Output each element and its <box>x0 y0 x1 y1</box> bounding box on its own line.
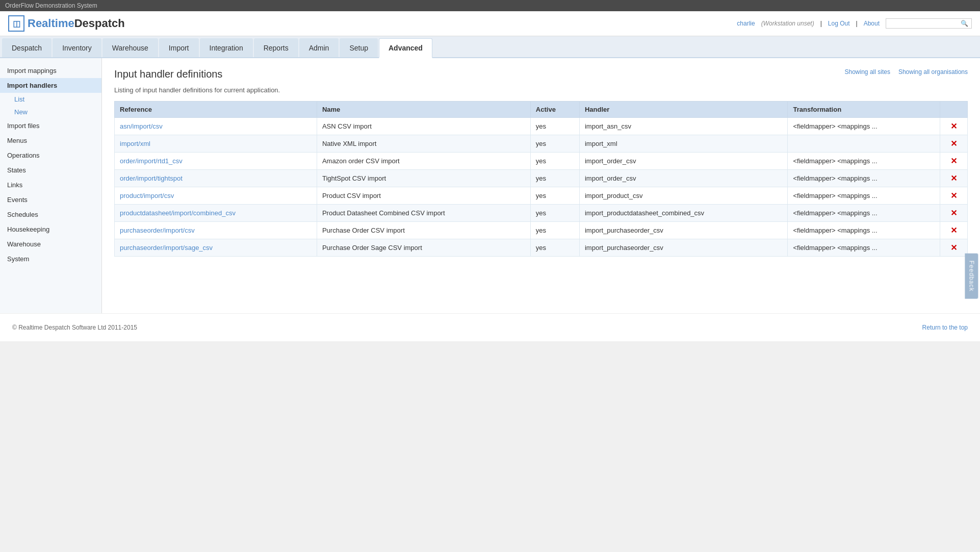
logo-despatch: Despatch <box>74 17 125 30</box>
nav-item-admin[interactable]: Admin <box>299 38 339 57</box>
title-bar-text: OrderFlow Demonstration System <box>5 2 97 9</box>
handler-class: import_productdatasheet_combined_csv <box>579 205 788 222</box>
delete-cell: ✕ <box>940 239 967 257</box>
delete-button[interactable]: ✕ <box>950 157 957 165</box>
table-row: purchaseorder/import/sage_csvPurchase Or… <box>115 239 968 257</box>
sidebar-item-menus[interactable]: Menus <box>0 133 101 148</box>
handler-active: yes <box>530 135 579 153</box>
content: Input handler definitions Showing all si… <box>102 58 980 313</box>
sidebar-item-import-handlers[interactable]: Import handlers <box>0 78 101 93</box>
reference-link[interactable]: product/import/csv <box>120 192 174 199</box>
reference-link[interactable]: purchaseorder/import/csv <box>120 227 195 234</box>
sidebar-subitem-new[interactable]: New <box>0 106 101 118</box>
nav-item-warehouse[interactable]: Warehouse <box>102 38 158 57</box>
delete-cell: ✕ <box>940 135 967 153</box>
sidebar-subitem-list[interactable]: List <box>0 93 101 106</box>
col-header-reference: Reference <box>115 102 317 118</box>
handler-active: yes <box>530 222 579 239</box>
sidebar-item-events[interactable]: Events <box>0 192 101 207</box>
search-icon[interactable]: 🔍 <box>961 20 968 27</box>
content-header: Input handler definitions Showing all si… <box>114 68 968 80</box>
handler-class: import_purchaseorder_csv <box>579 239 788 257</box>
nav: DespatchInventoryWarehouseImportIntegrat… <box>0 36 980 58</box>
delete-button[interactable]: ✕ <box>950 243 957 252</box>
handler-transformation: <fieldmapper> <mappings ... <box>788 153 940 170</box>
search-box: 🔍 <box>886 18 972 29</box>
nav-item-despatch[interactable]: Despatch <box>2 38 51 57</box>
logo-icon: ◫ <box>8 15 24 32</box>
header-divider1: | <box>820 20 822 27</box>
sidebar-item-housekeeping[interactable]: Housekeeping <box>0 222 101 237</box>
return-to-top-link[interactable]: Return to the top <box>922 324 968 331</box>
col-header-delete <box>940 102 967 118</box>
sidebar-item-import-mappings[interactable]: Import mappings <box>0 63 101 78</box>
logout-link[interactable]: Log Out <box>828 20 850 27</box>
handler-transformation: <fieldmapper> <mappings ... <box>788 222 940 239</box>
reference-link[interactable]: asn/import/csv <box>120 122 163 130</box>
nav-item-import[interactable]: Import <box>159 38 199 57</box>
header-divider2: | <box>856 20 858 27</box>
sidebar: Import mappingsImport handlersListNewImp… <box>0 58 102 313</box>
footer-copyright: © Realtime Despatch Software Ltd 2011-20… <box>12 324 137 331</box>
sidebar-item-warehouse[interactable]: Warehouse <box>0 237 101 252</box>
handler-name: Purchase Order Sage CSV import <box>317 239 530 257</box>
sidebar-item-operations[interactable]: Operations <box>0 148 101 163</box>
delete-button[interactable]: ✕ <box>950 122 957 131</box>
nav-item-reports[interactable]: Reports <box>254 38 298 57</box>
title-bar: OrderFlow Demonstration System <box>0 0 980 11</box>
handler-active: yes <box>530 153 579 170</box>
sidebar-item-system[interactable]: System <box>0 252 101 266</box>
table-row: productdatasheet/import/combined_csvProd… <box>115 205 968 222</box>
handler-active: yes <box>530 187 579 205</box>
about-link[interactable]: About <box>864 20 880 27</box>
table-row: import/xmlNative XML importyesimport_xml… <box>115 135 968 153</box>
handler-class: import_asn_csv <box>579 118 788 135</box>
feedback-tab[interactable]: Feedback <box>965 254 978 299</box>
reference-link[interactable]: purchaseorder/import/sage_csv <box>120 244 213 252</box>
delete-button[interactable]: ✕ <box>950 191 957 200</box>
sidebar-item-links[interactable]: Links <box>0 178 101 192</box>
handler-name: Amazon order CSV import <box>317 153 530 170</box>
table-row: asn/import/csvASN CSV importyesimport_as… <box>115 118 968 135</box>
handler-transformation: <fieldmapper> <mappings ... <box>788 187 940 205</box>
handler-name: TightSpot CSV import <box>317 170 530 187</box>
handler-name: Purchase Order CSV import <box>317 222 530 239</box>
handler-active: yes <box>530 239 579 257</box>
handler-transformation: <fieldmapper> <mappings ... <box>788 170 940 187</box>
delete-cell: ✕ <box>940 153 967 170</box>
nav-item-inventory[interactable]: Inventory <box>53 38 101 57</box>
header: ◫ RealtimeDespatch charlie (Workstation … <box>0 11 980 36</box>
sidebar-item-states[interactable]: States <box>0 163 101 178</box>
data-table: ReferenceNameActiveHandlerTransformation… <box>114 101 968 257</box>
handler-transformation <box>788 135 940 153</box>
nav-item-advanced[interactable]: Advanced <box>379 38 432 58</box>
handler-transformation: <fieldmapper> <mappings ... <box>788 205 940 222</box>
handler-active: yes <box>530 118 579 135</box>
header-right: charlie (Workstation unset) | Log Out | … <box>737 18 972 29</box>
delete-button[interactable]: ✕ <box>950 226 957 235</box>
handler-active: yes <box>530 170 579 187</box>
sidebar-item-schedules[interactable]: Schedules <box>0 207 101 222</box>
reference-link[interactable]: import/xml <box>120 140 150 147</box>
reference-link[interactable]: order/import/tightspot <box>120 174 183 182</box>
delete-button[interactable]: ✕ <box>950 174 957 183</box>
sidebar-item-import-files[interactable]: Import files <box>0 118 101 133</box>
filter-orgs-link[interactable]: Showing all organisations <box>898 68 968 76</box>
nav-item-integration[interactable]: Integration <box>200 38 253 57</box>
handler-class: import_order_csv <box>579 153 788 170</box>
search-input[interactable] <box>889 20 961 27</box>
table-row: purchaseorder/import/csvPurchase Order C… <box>115 222 968 239</box>
col-header-transformation: Transformation <box>788 102 940 118</box>
nav-item-setup[interactable]: Setup <box>340 38 378 57</box>
reference-link[interactable]: productdatasheet/import/combined_csv <box>120 209 236 217</box>
filter-sites-link[interactable]: Showing all sites <box>845 68 890 76</box>
delete-button[interactable]: ✕ <box>950 139 957 148</box>
reference-link[interactable]: order/import/rtd1_csv <box>120 157 183 165</box>
handler-name: ASN CSV import <box>317 118 530 135</box>
footer: © Realtime Despatch Software Ltd 2011-20… <box>0 313 980 341</box>
user-link[interactable]: charlie <box>737 20 755 27</box>
delete-cell: ✕ <box>940 205 967 222</box>
content-description: Listing of input handler definitions for… <box>114 86 968 94</box>
table-row: order/import/tightspotTightSpot CSV impo… <box>115 170 968 187</box>
delete-button[interactable]: ✕ <box>950 209 957 217</box>
